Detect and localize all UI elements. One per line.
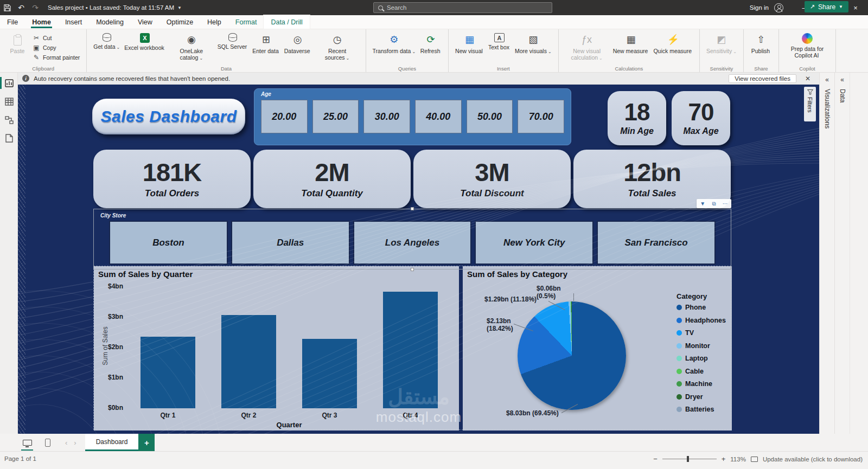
zoom-out-button[interactable]: − [653, 455, 658, 462]
age-slicer-button[interactable]: 30.00 [363, 100, 410, 133]
model-view-button[interactable] [0, 112, 18, 128]
ribbon-button[interactable]: ⇧ Publish [748, 31, 774, 64]
ribbon-button[interactable]: ◩ Sensitivity⌄ [704, 31, 739, 64]
menu-tab[interactable]: Insert [58, 15, 89, 29]
menu-tab[interactable]: Help [200, 15, 228, 29]
new-page-button[interactable]: + [138, 434, 155, 451]
ribbon-button[interactable]: ⟳ Refresh [418, 31, 444, 64]
bar[interactable] [141, 286, 195, 408]
undo-icon[interactable]: ↶ [14, 0, 28, 15]
city-slicer-button[interactable]: New York City [475, 221, 593, 265]
bar[interactable] [221, 286, 276, 408]
ribbon-button[interactable]: ▦ New visual [453, 31, 486, 64]
format-painter-button[interactable]: ✎Format painter [30, 53, 82, 62]
ribbon-button[interactable]: ⚙ Transform data⌄ [371, 31, 418, 64]
city-slicer-button[interactable]: Dallas [231, 221, 350, 265]
legend-item[interactable]: Laptop [676, 355, 731, 362]
expand-panel-icon[interactable]: « [820, 76, 834, 83]
notification-close-icon[interactable]: ✕ [801, 75, 815, 82]
update-available-link[interactable]: Update available (click to download) [763, 456, 863, 462]
search-input[interactable] [387, 4, 547, 11]
city-slicer[interactable]: City Store BostonDallasLos AngelesNew Yo… [93, 209, 731, 269]
bar[interactable] [302, 286, 357, 408]
max-age-card[interactable]: 70 Max Age [672, 91, 730, 145]
pie[interactable] [518, 301, 626, 410]
data-panel-collapsed[interactable]: « Data [834, 73, 850, 434]
kpi-card-total-quantity[interactable]: 2M Total Quantity [253, 150, 411, 208]
zoom-slider-thumb[interactable] [687, 456, 689, 462]
menu-tab[interactable]: Modeling [89, 15, 131, 29]
ribbon-group-label: Sensitivity [700, 66, 743, 72]
age-slicer-button[interactable]: 70.00 [518, 100, 564, 133]
page-tab-dashboard[interactable]: Dashboard [85, 434, 139, 451]
legend-item[interactable]: Phone [676, 304, 731, 311]
zoom-slider[interactable] [662, 459, 717, 459]
desktop-view-button[interactable] [21, 436, 34, 449]
bar-chart[interactable]: Sum of Sales by Quarter Sum of Sales $4b… [94, 266, 459, 431]
legend-item[interactable]: Batteries [676, 406, 731, 413]
age-slicer-button[interactable]: 20.00 [261, 100, 308, 133]
ribbon-button[interactable]: ▧ More visuals⌄ [513, 31, 554, 64]
sign-in-button[interactable]: Sign in [750, 4, 769, 11]
legend-item[interactable]: Monitor [676, 342, 731, 350]
dax-query-view-button[interactable] [0, 130, 18, 146]
table-view-button[interactable] [0, 93, 18, 110]
kpi-card-total-orders[interactable]: 181K Total Orders [93, 150, 251, 208]
visualizations-panel-collapsed[interactable]: « Visualizations [819, 73, 834, 434]
ribbon-button[interactable]: ▦ New measure [611, 31, 652, 64]
ribbon-button[interactable]: SQL Server [215, 31, 250, 64]
menu-tab[interactable]: View [131, 15, 159, 29]
cut-button[interactable]: ✂Cut [30, 34, 82, 42]
filters-panel-collapsed[interactable]: Filters [804, 87, 816, 121]
ribbon-button[interactable]: ◷ Recent sources⌄ [314, 31, 361, 64]
ribbon-button[interactable]: Prep data for Copilot AI [783, 31, 831, 64]
resize-handle[interactable] [411, 268, 414, 271]
menu-tab[interactable]: File [0, 15, 25, 29]
share-button[interactable]: ↗ Share ▼ [805, 1, 848, 12]
mobile-view-button[interactable] [41, 436, 54, 449]
city-slicer-button[interactable]: Los Angeles [353, 221, 472, 265]
focus-mode-icon[interactable]: ⧉ [712, 201, 716, 207]
fit-to-page-icon[interactable] [751, 457, 758, 462]
city-slicer-button[interactable]: San Francisco [597, 221, 716, 265]
ribbon-button[interactable]: A Text box [486, 31, 513, 64]
zoom-in-button[interactable]: + [722, 455, 726, 462]
view-recovered-files-button[interactable]: View recovered files [729, 74, 796, 83]
resize-handle[interactable] [411, 207, 414, 210]
legend-item[interactable]: Dryer [676, 393, 731, 401]
pie-chart[interactable]: Sum of Sales by Category $0.06bn(0.5%) $… [463, 266, 732, 431]
menu-tab[interactable]: Data / Drill [264, 15, 309, 29]
min-age-card[interactable]: 18 Min Age [608, 91, 666, 145]
menu-tab[interactable]: Optimize [159, 15, 200, 29]
legend-item[interactable]: TV [676, 329, 731, 337]
menu-tab[interactable]: Format [228, 15, 264, 29]
ribbon-button[interactable]: Get data⌄ [91, 31, 122, 64]
ribbon-button[interactable]: ⚡ Quick measure [651, 31, 695, 64]
ribbon-button[interactable]: X Excel workbook [122, 31, 168, 64]
legend-item[interactable]: Cable [676, 368, 731, 375]
more-options-icon[interactable]: ⋯ [723, 201, 728, 207]
ribbon-button[interactable]: ⊞ Enter data [250, 31, 282, 64]
kpi-card-total-discount[interactable]: 3M Total Discount [413, 150, 571, 208]
report-view-button[interactable] [0, 75, 18, 91]
legend-item[interactable]: Machine [676, 380, 731, 388]
search-box[interactable] [373, 2, 552, 13]
legend-item[interactable]: Headphones [676, 317, 731, 324]
age-slicer-button[interactable]: 50.00 [467, 100, 513, 133]
bar[interactable] [383, 286, 438, 408]
menu-tab[interactable]: Home [25, 15, 58, 29]
filter-icon[interactable]: ▼ [700, 201, 705, 207]
account-avatar[interactable] [774, 3, 783, 12]
copy-button[interactable]: ▣Copy [30, 43, 82, 52]
age-slicer-button[interactable]: 25.00 [312, 100, 359, 133]
ribbon-button[interactable]: ◉ OneLake catalog⌄ [168, 31, 215, 64]
title-dropdown-icon[interactable]: ▼ [177, 5, 182, 10]
city-slicer-button[interactable]: Boston [109, 221, 228, 265]
ribbon-button[interactable]: ƒx New visual calculation⌄ [563, 31, 611, 64]
ribbon-group-label: Calculations [559, 66, 699, 72]
kpi-label: Total Quantity [301, 188, 363, 199]
age-slicer-button[interactable]: 40.00 [415, 100, 462, 133]
expand-panel-icon[interactable]: « [835, 76, 850, 83]
ribbon-button[interactable]: ◎ Dataverse [282, 31, 314, 64]
save-icon[interactable] [0, 0, 14, 15]
